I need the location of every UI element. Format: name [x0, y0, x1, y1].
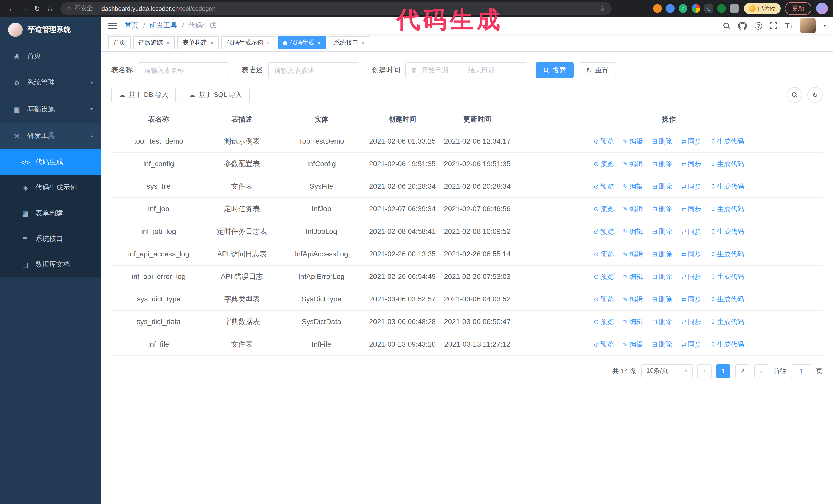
sidebar-item-devtools[interactable]: ⚒ 研发工具 ▴	[0, 123, 101, 149]
sync-link[interactable]: ⇄同步	[681, 158, 701, 169]
sync-link[interactable]: ⇄同步	[681, 316, 701, 327]
delete-link[interactable]: ⊟删除	[652, 316, 672, 327]
bookmark-star-icon[interactable]: ☆	[599, 5, 605, 12]
puzzle-extensions-icon[interactable]	[730, 4, 738, 13]
page-1-button[interactable]: 1	[716, 364, 731, 378]
delete-link[interactable]: ⊟删除	[652, 158, 672, 169]
delete-link[interactable]: ⊟删除	[652, 339, 672, 350]
delete-link[interactable]: ⊟删除	[652, 248, 672, 260]
extension-icon[interactable]	[653, 4, 662, 13]
preview-link[interactable]: ⊙预览	[594, 181, 614, 192]
table-desc-input[interactable]	[268, 62, 359, 78]
edit-link[interactable]: ✎编辑	[623, 339, 643, 350]
generate-code-link[interactable]: ↧生成代码	[711, 203, 744, 215]
delete-link[interactable]: ⊟删除	[652, 271, 672, 282]
font-size-icon[interactable]: TT	[785, 21, 793, 30]
page-size-select[interactable]: 10条/页 ▾	[641, 364, 693, 378]
update-button[interactable]: 更新	[785, 2, 811, 15]
sync-link[interactable]: ⇄同步	[681, 226, 701, 237]
sync-link[interactable]: ⇄同步	[681, 136, 701, 147]
generate-code-link[interactable]: ↧生成代码	[711, 226, 744, 237]
close-icon[interactable]: ×	[210, 39, 214, 46]
preview-link[interactable]: ⊙预览	[594, 158, 614, 169]
generate-code-link[interactable]: ↧生成代码	[711, 248, 744, 260]
import-sql-button[interactable]: ☁ 基于 SQL 导入	[181, 87, 250, 103]
not-secure-warning[interactable]: ⚠ 不安全	[67, 4, 93, 13]
github-icon[interactable]	[738, 21, 747, 30]
tab-codegen-example[interactable]: 代码生成示例 ×	[221, 37, 275, 49]
chevron-down-icon[interactable]: ▾	[824, 23, 826, 28]
preview-link[interactable]: ⊙预览	[594, 226, 614, 237]
generate-code-link[interactable]: ↧生成代码	[711, 271, 744, 282]
sync-link[interactable]: ⇄同步	[681, 293, 701, 305]
sidebar-item-form-builder[interactable]: ▦ 表单构建	[0, 200, 101, 226]
extension-icon[interactable]: ✓	[679, 4, 687, 13]
sidebar-item-db-doc[interactable]: ▤ 数据库文档	[0, 252, 101, 278]
hamburger-icon[interactable]	[108, 22, 117, 29]
tab-codegen[interactable]: 代码生成 ×	[278, 37, 326, 49]
generate-code-link[interactable]: ↧生成代码	[711, 158, 744, 169]
table-name-input[interactable]	[138, 62, 229, 78]
sync-link[interactable]: ⇄同步	[681, 339, 701, 350]
browser-reload-icon[interactable]: ↻	[31, 2, 44, 15]
sync-link[interactable]: ⇄同步	[681, 248, 701, 260]
import-db-button[interactable]: ☁ 基于 DB 导入	[111, 87, 176, 103]
reset-button[interactable]: ↻ 重置	[579, 62, 616, 78]
edit-link[interactable]: ✎编辑	[623, 316, 643, 327]
generate-code-link[interactable]: ↧生成代码	[711, 181, 744, 192]
address-bar[interactable]: ⚠ 不安全 dashboard.yudao.iocoder.cn/tool/co…	[61, 2, 612, 15]
edit-link[interactable]: ✎编辑	[623, 136, 643, 147]
close-icon[interactable]: ×	[266, 39, 270, 46]
tab-form-builder[interactable]: 表单构建 ×	[177, 37, 219, 49]
page-2-button[interactable]: 2	[735, 364, 749, 378]
edit-link[interactable]: ✎编辑	[623, 226, 643, 237]
delete-link[interactable]: ⊟删除	[652, 181, 672, 192]
sidebar-item-home[interactable]: ◉ 首页	[0, 43, 101, 69]
help-icon[interactable]: ?	[755, 22, 762, 29]
browser-back-icon[interactable]: ←	[5, 2, 18, 15]
delete-link[interactable]: ⊟删除	[652, 293, 672, 305]
generate-code-link[interactable]: ↧生成代码	[711, 316, 744, 327]
extension-terminal-icon[interactable]: ›_	[704, 4, 713, 13]
sync-link[interactable]: ⇄同步	[681, 181, 701, 192]
breadcrumb-home[interactable]: 首页	[124, 21, 138, 30]
search-button[interactable]: 搜索	[536, 62, 574, 78]
delete-link[interactable]: ⊟删除	[652, 136, 672, 147]
generate-code-link[interactable]: ↧生成代码	[711, 136, 744, 147]
sidebar-item-codegen-example[interactable]: ◈ 代码生成示例	[0, 175, 101, 200]
preview-link[interactable]: ⊙预览	[594, 339, 614, 350]
tab-system-api[interactable]: 系统接口 ×	[329, 37, 370, 49]
sync-link[interactable]: ⇄同步	[681, 203, 701, 215]
preview-link[interactable]: ⊙预览	[594, 248, 614, 260]
extension-icon[interactable]	[691, 4, 700, 13]
goto-page-input[interactable]	[791, 364, 811, 378]
search-icon[interactable]	[723, 22, 731, 29]
prev-page-button[interactable]: ‹	[697, 364, 712, 378]
edit-link[interactable]: ✎编辑	[623, 293, 643, 305]
close-icon[interactable]: ×	[361, 39, 365, 46]
breadcrumb-devtools[interactable]: 研发工具	[150, 21, 177, 30]
avatar[interactable]	[801, 18, 816, 33]
toggle-search-button[interactable]	[787, 87, 802, 102]
edit-link[interactable]: ✎编辑	[623, 271, 643, 282]
preview-link[interactable]: ⊙预览	[594, 316, 614, 327]
preview-link[interactable]: ⊙预览	[594, 136, 614, 147]
preview-link[interactable]: ⊙预览	[594, 271, 614, 282]
delete-link[interactable]: ⊟删除	[652, 226, 672, 237]
close-icon[interactable]: ×	[166, 39, 170, 46]
app-logo[interactable]: 芋道管理系统	[0, 17, 101, 43]
edit-link[interactable]: ✎编辑	[623, 203, 643, 215]
browser-home-icon[interactable]: ⌂	[44, 2, 56, 15]
tab-tracing[interactable]: 链路追踪 ×	[133, 37, 175, 49]
sidebar-item-infrastructure[interactable]: ▣ 基础设施 ▾	[0, 96, 101, 123]
generate-code-link[interactable]: ↧生成代码	[711, 339, 744, 350]
generate-code-link[interactable]: ↧生成代码	[711, 293, 744, 305]
fullscreen-icon[interactable]	[770, 22, 777, 29]
browser-forward-icon[interactable]: →	[18, 2, 31, 15]
preview-link[interactable]: ⊙预览	[594, 203, 614, 215]
preview-link[interactable]: ⊙预览	[594, 293, 614, 305]
create-time-range-picker[interactable]: ▦ 开始日期 - 结束日期	[405, 62, 527, 78]
browser-profile-avatar[interactable]	[816, 3, 828, 14]
sidebar-item-codegen[interactable]: </> 代码生成	[0, 149, 101, 175]
sync-link[interactable]: ⇄同步	[681, 271, 701, 282]
